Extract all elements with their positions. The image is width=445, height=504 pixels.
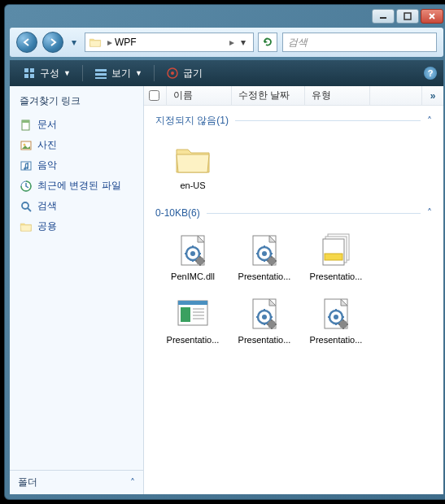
sidebar-header: 즐겨찾기 링크 — [10, 86, 143, 115]
explorer-window: ▾ ▸ WPF ▸ ▾ 검색 구성 ▼ 보기 ▼ 굽기 — [4, 4, 445, 500]
column-checkbox[interactable] — [144, 86, 167, 105]
separator — [154, 65, 155, 81]
chevron-down-icon: ▼ — [135, 69, 142, 77]
column-name[interactable]: 이름 — [167, 86, 232, 105]
breadcrumb-segment[interactable]: WPF — [115, 37, 227, 48]
doc-icon — [20, 119, 33, 132]
group-header[interactable]: 지정되지 않음(1)˄ — [144, 109, 443, 131]
file-item[interactable]: PenIMC.dll — [160, 227, 225, 285]
toolbar: 구성 ▼ 보기 ▼ 굽기 ? — [10, 60, 443, 86]
column-headers: 이름 수정한 날짜 유형 » — [144, 86, 443, 106]
config-icon — [245, 294, 284, 333]
pic-icon — [20, 139, 33, 152]
organize-label: 구성 — [40, 67, 59, 80]
svg-line-43 — [28, 208, 31, 211]
sidebar-item-recent[interactable]: 최근에 변경된 파일 — [10, 176, 143, 196]
titlebar — [5, 5, 445, 28]
config-icon — [316, 294, 356, 333]
view-button[interactable]: 보기 ▼ — [88, 64, 149, 83]
burn-button[interactable]: 굽기 — [159, 64, 209, 83]
breadcrumb-arrow: ▸ — [107, 37, 112, 48]
address-bar[interactable]: ▸ WPF ▸ ▾ — [85, 33, 254, 52]
file-label: en-US — [163, 180, 223, 190]
select-all-checkbox[interactable] — [149, 90, 159, 101]
group-title: 0-10KB(6) — [155, 207, 200, 219]
svg-rect-24 — [404, 13, 411, 20]
svg-rect-27 — [24, 68, 28, 72]
sidebar-item-label: 사진 — [37, 138, 57, 152]
folder-icon — [89, 36, 102, 49]
file-label: Presentatio... — [163, 335, 223, 345]
config-icon — [173, 231, 212, 270]
sidebar-item-label: 검색 — [37, 199, 57, 213]
group-title: 지정되지 않음(1) — [155, 114, 229, 128]
file-label: Presentatio... — [306, 335, 366, 345]
forward-button[interactable] — [42, 32, 63, 53]
sidebar-item-pic[interactable]: 사진 — [10, 135, 143, 155]
minimize-button[interactable] — [372, 9, 395, 24]
sidebar-item-doc[interactable]: 문서 — [10, 115, 143, 135]
config-icon — [245, 231, 284, 270]
sidebar-item-public[interactable]: 공용 — [10, 216, 143, 237]
recent-icon — [20, 180, 33, 193]
column-modified[interactable]: 수정한 날짜 — [232, 86, 305, 105]
column-type[interactable]: 유형 — [305, 86, 370, 105]
folders-toggle[interactable]: 폴더 ˄ — [10, 470, 143, 494]
view-label: 보기 — [111, 67, 131, 80]
svg-point-35 — [171, 72, 174, 75]
file-item[interactable]: Presentatio... — [232, 227, 297, 285]
search-icon — [20, 200, 33, 213]
sidebar-item-label: 문서 — [37, 118, 57, 132]
chevron-up-icon: ˄ — [427, 115, 432, 127]
view-icon — [94, 67, 107, 80]
maximize-button[interactable] — [396, 9, 419, 24]
group-line — [207, 213, 421, 214]
column-more[interactable]: » — [422, 90, 443, 102]
item-grid: PenIMC.dllPresentatio...Presentatio...Pr… — [144, 222, 443, 357]
file-label: Presentatio... — [234, 272, 294, 281]
file-label: PenIMC.dll — [163, 272, 223, 281]
sidebar-item-music[interactable]: 음악 — [10, 155, 143, 176]
content-area: 즐겨찾기 링크 문서사진음악최근에 변경된 파일검색공용 폴더 ˄ 이름 수정한… — [10, 86, 443, 494]
folders-label: 폴더 — [18, 476, 37, 489]
music-icon — [20, 159, 33, 172]
file-item[interactable]: Presentatio... — [303, 227, 369, 285]
svg-rect-29 — [24, 74, 28, 78]
back-button[interactable] — [16, 32, 37, 53]
folder-item[interactable]: en-US — [160, 136, 225, 194]
file-view: 이름 수정한 날짜 유형 » 지정되지 않음(1)˄en-US0-10KB(6)… — [144, 86, 443, 494]
file-label: Presentatio... — [234, 335, 294, 345]
public-icon — [20, 220, 33, 233]
burn-label: 굽기 — [183, 67, 203, 80]
chevron-down-icon: ▼ — [63, 69, 71, 77]
sidebar: 즐겨찾기 링크 문서사진음악최근에 변경된 파일검색공용 폴더 ˄ — [10, 86, 144, 494]
navbar: ▾ ▸ WPF ▸ ▾ 검색 — [10, 28, 443, 57]
stack-icon — [316, 231, 356, 270]
organize-button[interactable]: 구성 ▼ — [16, 64, 77, 83]
file-item[interactable]: Presentatio... — [232, 290, 297, 349]
group-line — [235, 120, 421, 121]
address-dropdown[interactable]: ▾ — [237, 37, 250, 48]
group-header[interactable]: 0-10KB(6)˄ — [144, 202, 443, 222]
svg-rect-37 — [22, 120, 29, 123]
burn-icon — [166, 67, 179, 80]
svg-rect-33 — [95, 77, 107, 79]
close-button[interactable] — [421, 9, 443, 24]
svg-point-42 — [22, 202, 28, 209]
folder-icon — [173, 140, 212, 179]
file-label: Presentatio... — [306, 272, 366, 281]
separator — [82, 65, 83, 81]
refresh-button[interactable] — [258, 33, 277, 52]
search-placeholder: 검색 — [288, 36, 308, 50]
help-button[interactable]: ? — [424, 67, 437, 80]
file-item[interactable]: Presentatio... — [160, 290, 225, 349]
sidebar-item-search[interactable]: 검색 — [10, 196, 143, 216]
organize-icon — [23, 67, 36, 80]
nav-history-dropdown[interactable]: ▾ — [68, 32, 80, 53]
breadcrumb-arrow: ▸ — [229, 37, 234, 48]
column-blank[interactable] — [370, 86, 422, 105]
doc-icon — [173, 294, 212, 333]
file-item[interactable]: Presentatio... — [303, 290, 369, 349]
search-input[interactable]: 검색 — [282, 33, 437, 52]
chevron-up-icon: ˄ — [427, 207, 432, 219]
